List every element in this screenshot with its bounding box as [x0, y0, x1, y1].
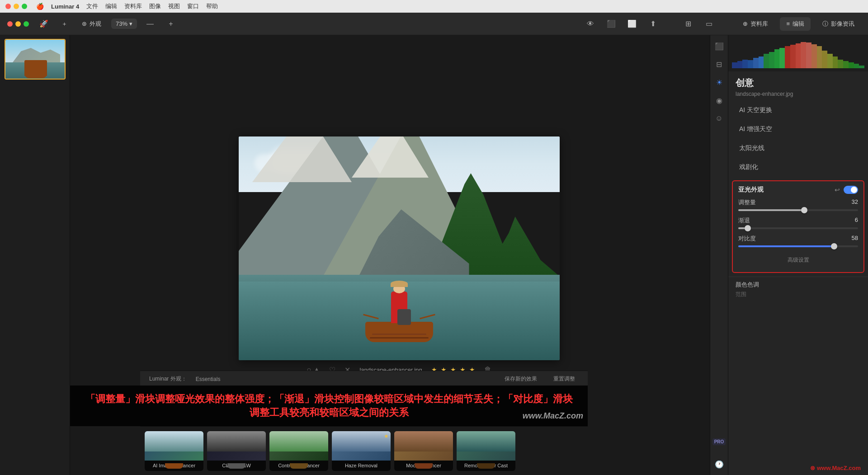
slider-fade-label: 渐退 — [738, 216, 750, 225]
edit-button[interactable]: ≡ 编辑 — [780, 17, 811, 31]
slider-adjustment-labels: 调整量 32 — [738, 198, 858, 207]
edit-icon: ≡ — [786, 20, 790, 27]
filmstrip-item[interactable] — [5, 39, 66, 80]
thumbnail-strip: AI Image Enhancer Classic B&W Contrast E… — [140, 426, 588, 475]
advanced-settings-button[interactable]: 高级设置 — [738, 253, 858, 268]
appearance-icon: ⊛ — [82, 20, 87, 27]
menu-file[interactable]: 文件 — [86, 2, 98, 10]
slider-contrast-track[interactable] — [738, 245, 858, 247]
color-icon[interactable]: ◉ — [712, 93, 726, 108]
thumb-remove-color[interactable]: Remove Color Cast — [457, 431, 515, 471]
panel-item-sky-enhance[interactable]: AI 增强天空 — [732, 120, 864, 139]
histogram-bars — [732, 39, 864, 68]
thumb-haze[interactable]: Haze Removal ★ — [332, 431, 391, 471]
app-name: Luminar 4 — [51, 3, 79, 10]
slider-adjustment-fill — [738, 209, 804, 211]
info-button[interactable]: ⓘ 影像资讯 — [816, 17, 861, 31]
annotation-line-1: 「调整量」滑块调整哑光效果的整体强度；「渐退」滑块控制图像较暗区域中发生的细节丢… — [85, 392, 573, 406]
slider-adjustment-thumb[interactable] — [801, 207, 807, 213]
slider-contrast-labels: 对比度 58 — [738, 235, 858, 243]
crop-button[interactable]: ⬜ — [624, 16, 640, 32]
histogram — [728, 35, 868, 71]
appearance-button[interactable]: ⊛ 外观 — [77, 18, 106, 30]
bottom-bar: Luminar 外观： Essentials 保存新的效果 重置调整 — [140, 371, 588, 387]
range-label: 范围 — [736, 291, 861, 298]
plus-icon: ＋ — [61, 20, 67, 28]
thumb-ai-enhancer[interactable]: AI Image Enhancer — [145, 431, 203, 471]
matte-controls: ↩ — [835, 186, 858, 194]
library-label: 资料库 — [750, 20, 768, 28]
face-icon[interactable]: ☺ — [712, 111, 726, 126]
menu-edit[interactable]: 编辑 — [105, 2, 117, 10]
thumb-classic-bw[interactable]: Classic B&W — [207, 431, 266, 471]
share-button[interactable]: ⬆ — [645, 16, 660, 32]
panel-watermark-area: ⊗ www.MacZ.com — [728, 461, 868, 475]
essentials-label: Essentials — [196, 376, 221, 382]
color-label: 颜色色调 — [736, 281, 861, 289]
annotation-line-2: 调整工具较亮和较暗区域之间的关系 — [250, 406, 409, 419]
add-button[interactable]: ＋ — [57, 18, 72, 30]
matte-reset-icon[interactable]: ↩ — [835, 186, 840, 193]
close-button[interactable] — [5, 4, 11, 9]
preview-button[interactable]: 👁 — [583, 16, 598, 32]
thumb-contrast[interactable]: Contrast Enhancer — [269, 431, 328, 471]
slider-fade-labels: 渐退 6 — [738, 216, 858, 225]
matte-toggle[interactable] — [844, 186, 858, 194]
toolbar-fullscreen[interactable] — [24, 21, 29, 27]
panel-item-sky-replace[interactable]: AI 天空更换 — [732, 101, 864, 120]
layers-icon[interactable]: ⬛ — [712, 39, 726, 53]
slider-fade-thumb[interactable] — [745, 225, 751, 231]
matte-section: 亚光外观 ↩ 调整量 32 渐退 — [732, 180, 864, 273]
thumb-mood-preview — [394, 431, 453, 461]
slider-adjustment-track[interactable] — [738, 209, 858, 211]
pro-badge: PRO — [712, 438, 726, 445]
info-icon: ⓘ — [822, 20, 828, 28]
window-button[interactable]: ▭ — [701, 16, 717, 32]
thumb-contrast-preview — [269, 431, 328, 461]
toolbar-minimize[interactable] — [15, 21, 21, 27]
library-icon: ⊕ — [743, 20, 748, 27]
save-new-button[interactable]: 保存新的效果 — [501, 373, 541, 385]
traffic-lights — [5, 4, 27, 9]
slider-fade-track[interactable] — [738, 227, 858, 229]
macz-icon: ⊗ — [810, 465, 815, 471]
brightness-icon[interactable]: ☀ — [712, 75, 726, 89]
zoom-out-button[interactable]: — — [142, 16, 158, 32]
menu-view[interactable]: 视图 — [168, 2, 180, 10]
panel-item-sunrays[interactable]: 太阳光线 — [732, 139, 864, 158]
slider-contrast-thumb[interactable] — [831, 243, 837, 249]
thumb-haze-label: Haze Removal — [332, 461, 391, 471]
library-button[interactable]: ⊕ 资料库 — [736, 17, 774, 31]
toolbar-close[interactable] — [7, 21, 13, 27]
fullscreen-button[interactable] — [22, 4, 27, 9]
menu-help[interactable]: 帮助 — [206, 2, 218, 10]
menu-image[interactable]: 图像 — [149, 2, 161, 10]
minimize-button[interactable] — [14, 4, 19, 9]
thumb-classic-bw-preview — [207, 431, 266, 461]
slider-adjustment-label: 调整量 — [738, 198, 756, 207]
thumb-remove-color-preview — [457, 431, 515, 461]
macz-label: www.MacZ.com — [817, 465, 861, 471]
canvas-area: ○ ▲ ♡ ✕ landscape-enhancer.jpg ★ ★ ★ ★ ★… — [70, 35, 728, 475]
compare-button[interactable]: ⬛ — [604, 16, 619, 32]
sliders-icon[interactable]: ⊟ — [712, 57, 726, 71]
info-label: 影像资讯 — [831, 20, 854, 28]
rocket-icon[interactable]: 🚀 — [36, 16, 52, 32]
menu-window[interactable]: 窗口 — [187, 2, 199, 10]
grid-button[interactable]: ⊞ — [680, 16, 696, 32]
menu-library[interactable]: 资料库 — [124, 2, 142, 10]
slider-fade-value: 6 — [855, 216, 858, 225]
matte-title: 亚光外观 — [738, 186, 764, 194]
panel-section-title: 创意 — [728, 71, 868, 91]
annotation-overlay: 「调整量」滑块调整哑光效果的整体强度；「渐退」滑块控制图像较暗区域中发生的细节丢… — [70, 386, 588, 426]
menubar: 🍎 Luminar 4 文件 编辑 资料库 图像 视图 窗口 帮助 — [0, 0, 868, 13]
zoom-in-button[interactable]: + — [163, 16, 179, 32]
zoom-control[interactable]: 73% ▾ — [111, 19, 137, 29]
thumb-mood[interactable]: Mood Enhancer — [394, 431, 453, 471]
clock-icon[interactable]: 🕐 — [712, 457, 726, 471]
reset-button[interactable]: 重置调整 — [550, 373, 579, 385]
thumb-ai-enhancer-preview — [145, 431, 203, 461]
apple-menu[interactable]: 🍎 — [36, 3, 44, 10]
slider-adjustment: 调整量 32 — [738, 198, 858, 211]
panel-item-dramatic[interactable]: 戏剧化 — [732, 158, 864, 177]
